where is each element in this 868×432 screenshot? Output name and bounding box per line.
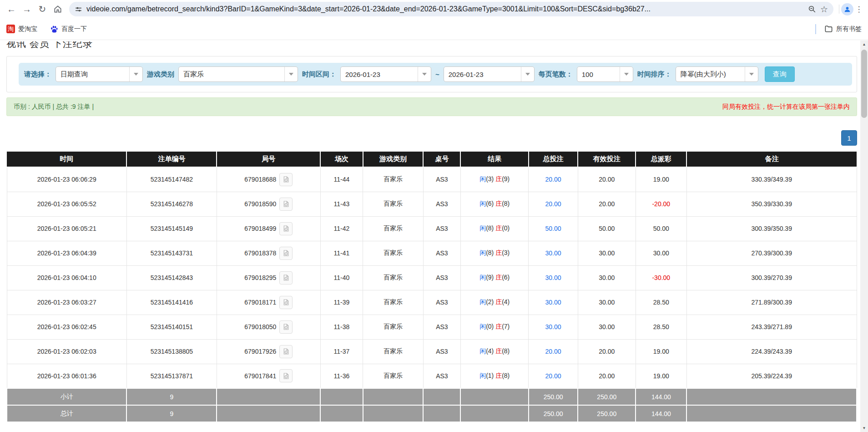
table-footer: 小计 9 250.00 250.00 144.00 总计 9 250.00 25… <box>7 388 857 422</box>
cell-bet-id: 523145145149 <box>126 216 217 241</box>
query-type-value: 日期查询 <box>56 67 129 81</box>
site-settings-icon[interactable] <box>75 5 82 13</box>
sort-label: 时间排序： <box>637 70 671 79</box>
game-type-select[interactable]: 百家乐 <box>178 66 298 82</box>
cell-total-bet: 20.00 <box>529 364 578 388</box>
scrollbar-thumb[interactable] <box>861 50 867 118</box>
cell-time: 2026-01-23 06:04:39 <box>7 241 126 265</box>
cell-time: 2026-01-23 06:04:10 <box>7 265 126 290</box>
cell-time: 2026-01-23 06:02:03 <box>7 339 126 364</box>
summary-payout: 144.00 <box>636 405 686 422</box>
cell-bet-id: 523145137871 <box>126 364 217 388</box>
result-banker: 庄 <box>495 200 502 207</box>
cell-total-bet: 20.00 <box>529 339 578 364</box>
cell-bet-id: 523145140151 <box>126 315 217 339</box>
cell-note: 270.39/300.39 <box>686 241 857 265</box>
sort-select[interactable]: 降幂(由大到小) <box>676 66 758 82</box>
query-type-select[interactable]: 日期查询 <box>56 66 143 82</box>
video-replay-icon[interactable] <box>279 222 293 235</box>
bookmark-taobao[interactable]: 淘 爱淘宝 <box>6 25 37 33</box>
cell-result: 闲(3) 庄(9) <box>460 167 528 192</box>
cell-payout: 50.00 <box>636 216 686 241</box>
page-1-button[interactable]: 1 <box>841 130 857 146</box>
zoom-icon[interactable] <box>808 5 816 13</box>
browser-toolbar: ← → ↻ videoie.com/game/betrecord_search/… <box>0 0 868 18</box>
currency-summary-text: 币别 : 人民币 | 总共 :9 注单 | <box>14 103 94 111</box>
result-banker: 庄 <box>495 347 502 355</box>
cell-table-id: AS3 <box>423 241 460 265</box>
bookmark-label: 爱淘宝 <box>18 25 37 33</box>
back-icon[interactable]: ← <box>4 1 19 17</box>
video-replay-icon[interactable] <box>279 247 293 260</box>
round-id-text: 679018688 <box>244 176 276 183</box>
cell-payout: -30.00 <box>636 265 686 290</box>
video-replay-icon[interactable] <box>279 345 293 358</box>
cell-session: 11-41 <box>320 241 363 265</box>
result-player: 闲 <box>479 224 486 232</box>
forward-icon[interactable]: → <box>19 1 35 17</box>
cell-bet-id: 523145143731 <box>126 241 217 265</box>
result-banker: 庄 <box>495 175 502 183</box>
bookmark-label: 百度一下 <box>61 25 87 33</box>
per-page-select[interactable]: 100 <box>577 66 633 82</box>
page-scrollbar[interactable]: ▲ ▼ <box>860 41 868 432</box>
cell-result: 闲(2) 庄(4) <box>460 290 528 315</box>
cell-table-id: AS3 <box>423 265 460 290</box>
per-page-label: 每页笔数： <box>539 70 573 79</box>
cell-game-type: 百家乐 <box>363 192 424 216</box>
cell-game-type: 百家乐 <box>363 167 424 192</box>
home-icon[interactable] <box>50 1 66 17</box>
video-replay-icon[interactable] <box>279 320 293 334</box>
reload-icon[interactable]: ↻ <box>35 1 50 17</box>
chevron-down-icon <box>129 67 142 81</box>
cell-result: 闲(0) 庄(7) <box>460 315 528 339</box>
cell-round-id: 679018050 <box>217 315 320 339</box>
round-id-text: 679017841 <box>244 372 276 380</box>
cell-result: 闲(8) 庄(0) <box>460 216 528 241</box>
round-id-text: 679018050 <box>244 323 276 330</box>
cell-game-type: 百家乐 <box>363 339 424 364</box>
date-start-input[interactable]: 2026-01-23 <box>340 66 431 82</box>
cell-bet-id: 523145147482 <box>126 167 217 192</box>
summary-warning-text: 同局有效投注，统一计算在该局第一张注单内 <box>722 103 850 111</box>
summary-label: 总计 <box>7 405 126 422</box>
cell-round-id: 679018688 <box>217 167 320 192</box>
bookmark-star-icon[interactable]: ☆ <box>820 4 828 15</box>
url-text[interactable]: videoie.com/game/betrecord_search/kind3?… <box>86 5 804 13</box>
cell-result: 闲(4) 庄(8) <box>460 339 528 364</box>
cell-result: 闲(6) 庄(8) <box>460 192 528 216</box>
time-range-label: 时间区间： <box>302 70 336 79</box>
cell-round-id: 679018499 <box>217 216 320 241</box>
video-replay-icon[interactable] <box>279 173 293 186</box>
round-id-text: 679018590 <box>244 200 276 208</box>
select-type-label: 请选择： <box>24 70 51 79</box>
all-bookmarks-button[interactable]: 所有书签 <box>824 25 862 33</box>
scroll-down-icon[interactable]: ▼ <box>860 424 868 432</box>
cell-valid-bet: 20.00 <box>578 339 636 364</box>
result-player: 闲 <box>479 274 486 281</box>
profile-avatar[interactable] <box>841 3 853 15</box>
cell-result: 闲(1) 庄(8) <box>460 364 528 388</box>
cell-game-type: 百家乐 <box>363 364 424 388</box>
cell-bet-id: 523145142843 <box>126 265 217 290</box>
cell-valid-bet: 30.00 <box>578 241 636 265</box>
chevron-down-icon <box>284 67 298 81</box>
video-replay-icon[interactable] <box>279 271 293 285</box>
video-replay-icon[interactable] <box>279 296 293 309</box>
date-end-input[interactable]: 2026-01-23 <box>444 66 535 82</box>
cell-valid-bet: 20.00 <box>578 364 636 388</box>
result-player: 闲 <box>479 372 486 379</box>
cell-valid-bet: 30.00 <box>578 265 636 290</box>
bookmark-baidu[interactable]: 百度一下 <box>50 25 87 33</box>
table-row: 2026-01-23 06:05:52 523145146278 6790185… <box>7 192 857 216</box>
video-replay-icon[interactable] <box>279 369 293 382</box>
browser-menu-icon[interactable]: ⋮ <box>853 5 864 14</box>
search-button[interactable]: 查询 <box>765 66 795 82</box>
video-replay-icon[interactable] <box>279 198 293 211</box>
cell-table-id: AS3 <box>423 364 460 388</box>
url-bar[interactable]: videoie.com/game/betrecord_search/kind3?… <box>69 2 833 16</box>
cell-result: 闲(8) 庄(3) <box>460 241 528 265</box>
round-id-text: 679017926 <box>244 348 276 355</box>
scroll-up-icon[interactable]: ▲ <box>860 41 868 48</box>
bet-records-table: 时间注单编号局号场次游戏类别桌号结果总投注有效投注总派彩备注 2026-01-2… <box>6 152 857 422</box>
